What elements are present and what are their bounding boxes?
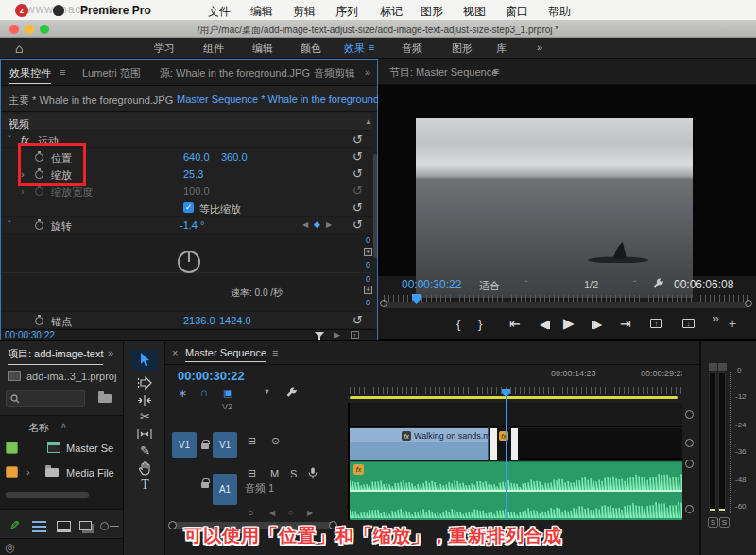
- go-to-out-button[interactable]: ⇥: [620, 316, 631, 331]
- tab-lumetri-scopes[interactable]: Lumetri 范围: [82, 66, 141, 80]
- v1-toggle-output-eye-icon[interactable]: ⊙: [271, 435, 280, 447]
- ecp-row-anchor[interactable]: 锚点 2136.0 1424.0 ↺: [2, 312, 372, 329]
- new-bin-folder-icon[interactable]: [98, 394, 112, 403]
- anchor-label[interactable]: 锚点: [51, 315, 72, 329]
- a1-next-keyframe-icon[interactable]: ▶: [307, 509, 313, 517]
- a1-voiceover-mic-icon[interactable]: [308, 467, 318, 479]
- ecp-row-rotation[interactable]: ˇ 旋转 -1.4 ° ◀ ◆ ▶ ↺: [2, 217, 372, 234]
- anchor-x-value[interactable]: 2136.0: [183, 315, 215, 326]
- list-item-sequence[interactable]: Master Se: [0, 437, 123, 460]
- workspace-editing[interactable]: 编辑: [252, 42, 273, 56]
- a1-add-keyframe-icon[interactable]: ○: [288, 508, 293, 517]
- menu-file[interactable]: 文件: [208, 4, 231, 20]
- reset-scale-icon[interactable]: ↺: [352, 166, 363, 181]
- reset-uniform-icon[interactable]: ↺: [352, 200, 363, 215]
- program-scrub-area[interactable]: [378, 293, 756, 310]
- add-marker-icon[interactable]: ▼: [263, 387, 271, 396]
- a1-prev-keyframe-icon[interactable]: ◀: [269, 509, 275, 517]
- play-audio-icon[interactable]: ▶: [334, 330, 340, 339]
- search-input[interactable]: [6, 390, 85, 407]
- workspace-learning[interactable]: 学习: [154, 42, 175, 56]
- menu-view[interactable]: 视图: [463, 4, 486, 20]
- scrub-right-handle[interactable]: [745, 300, 752, 307]
- selected-clip-right-trim[interactable]: [511, 428, 518, 460]
- ripple-edit-tool[interactable]: [137, 394, 152, 407]
- v1-lock-icon[interactable]: [201, 443, 209, 449]
- razor-tool[interactable]: ✂: [124, 409, 166, 424]
- menu-help[interactable]: 帮助: [548, 4, 571, 20]
- scrub-left-handle[interactable]: [380, 300, 387, 307]
- expand-value-graph-icon[interactable]: +: [364, 248, 372, 256]
- workspace-overflow-icon[interactable]: »: [537, 42, 542, 53]
- menu-graphics[interactable]: 图形: [421, 4, 443, 20]
- uniform-scale-checkbox[interactable]: ✓: [183, 202, 194, 213]
- effect-controls-panel-menu-icon[interactable]: ≡: [60, 66, 65, 78]
- menu-markers[interactable]: 标记: [380, 4, 403, 20]
- timeline-settings-wrench-icon[interactable]: [285, 387, 298, 399]
- label-chip-orange[interactable]: [6, 466, 18, 478]
- close-sequence-icon[interactable]: ×: [172, 347, 178, 358]
- selected-clip-body[interactable]: fx: [497, 428, 511, 460]
- zoom-slider-rail[interactable]: [110, 526, 119, 527]
- clip-walking-on-sands[interactable]: fx Walking on sands.mp4: [350, 428, 489, 460]
- track-v1-lane[interactable]: fx Walking on sands.mp4 fx fx fx fx fx f…: [350, 428, 682, 460]
- snap-magnet-icon[interactable]: ∩: [200, 387, 208, 398]
- solo-left-button[interactable]: S: [708, 517, 718, 528]
- ecp-row-uniform-scale[interactable]: ✓ 等比缩放 ↺: [2, 199, 372, 217]
- ecp-clip-label[interactable]: 主要 * Whale in the foreground.JPG: [9, 94, 173, 108]
- playback-resolution-dropdown[interactable]: 1/2: [584, 279, 598, 290]
- go-to-in-button[interactable]: ⇤: [509, 316, 521, 331]
- scale-value[interactable]: 25.3: [183, 168, 203, 180]
- twirl-open-icon[interactable]: ˇ: [8, 219, 11, 231]
- position-x-value[interactable]: 640.0: [183, 151, 210, 163]
- audio-track-name[interactable]: 音频 1: [245, 481, 274, 495]
- ecp-clip-dropdown-icon[interactable]: ˇ: [162, 94, 165, 105]
- menu-clip[interactable]: 剪辑: [293, 4, 316, 20]
- v1-target-toggle[interactable]: V1: [213, 432, 237, 458]
- tab-program[interactable]: 节目: Master Sequence: [389, 65, 497, 79]
- home-icon[interactable]: ⌂: [15, 41, 23, 56]
- button-editor-icon[interactable]: +: [729, 316, 736, 331]
- a1-mute-button[interactable]: M: [270, 468, 279, 479]
- anchor-stopwatch-icon[interactable]: [35, 317, 43, 325]
- track-a1-audio-clip[interactable]: fx: [350, 461, 682, 520]
- linked-selection-icon[interactable]: ▣: [223, 387, 232, 399]
- vscroll-knob[interactable]: [685, 410, 694, 419]
- workspace-assembly[interactable]: 组件: [203, 42, 224, 56]
- ecp-tab-overflow-icon[interactable]: »: [365, 66, 370, 78]
- extract-button[interactable]: ↓: [682, 319, 695, 328]
- name-column-header[interactable]: 名称: [28, 421, 49, 435]
- step-forward-button[interactable]: ▶: [592, 318, 602, 331]
- workspace-audio[interactable]: 音频: [402, 42, 422, 56]
- program-timecode[interactable]: 00:00:30:22: [402, 278, 461, 291]
- a1-keyframe-dot-icon[interactable]: ○: [248, 507, 254, 518]
- vscroll-knob[interactable]: [685, 439, 694, 447]
- mark-in-button[interactable]: {: [456, 317, 460, 331]
- insert-sequence-icon[interactable]: ∗: [178, 387, 187, 400]
- project-tab-overflow-icon[interactable]: »: [108, 347, 113, 358]
- bin-twirl-icon[interactable]: ›: [26, 466, 30, 477]
- icon-view-icon[interactable]: [57, 521, 71, 532]
- workspace-graphics[interactable]: 图形: [452, 42, 472, 56]
- type-tool[interactable]: T: [124, 477, 166, 493]
- app-menu[interactable]: Premiere Pro: [80, 4, 151, 17]
- step-back-button[interactable]: ◀: [540, 318, 550, 331]
- track-select-forward-tool[interactable]: [137, 376, 152, 390]
- filter-properties-icon[interactable]: [315, 332, 324, 338]
- project-file-name[interactable]: add-ima..3_1.prproj: [26, 371, 116, 382]
- vscroll-knob[interactable]: [685, 460, 694, 468]
- freeform-view-icon[interactable]: [79, 521, 92, 530]
- uniform-scale-label[interactable]: 等比缩放: [199, 202, 241, 217]
- fit-dropdown-caret-icon[interactable]: ˇ: [524, 279, 528, 290]
- prev-keyframe-icon[interactable]: ◀: [302, 220, 308, 229]
- scrub-track[interactable]: [384, 302, 748, 308]
- menu-sequence[interactable]: 序列: [335, 4, 358, 20]
- reset-position-icon[interactable]: ↺: [352, 149, 363, 164]
- twirl-open-icon[interactable]: ˇ: [8, 134, 11, 146]
- workspace-libraries[interactable]: 库: [496, 42, 507, 56]
- zoom-slider-knob[interactable]: [100, 522, 109, 530]
- hand-tool[interactable]: [138, 461, 152, 476]
- workspace-effects-menu-icon[interactable]: ≡: [369, 42, 374, 53]
- v1-source-patch[interactable]: V1: [172, 432, 197, 458]
- a1-target-toggle[interactable]: A1: [213, 474, 237, 505]
